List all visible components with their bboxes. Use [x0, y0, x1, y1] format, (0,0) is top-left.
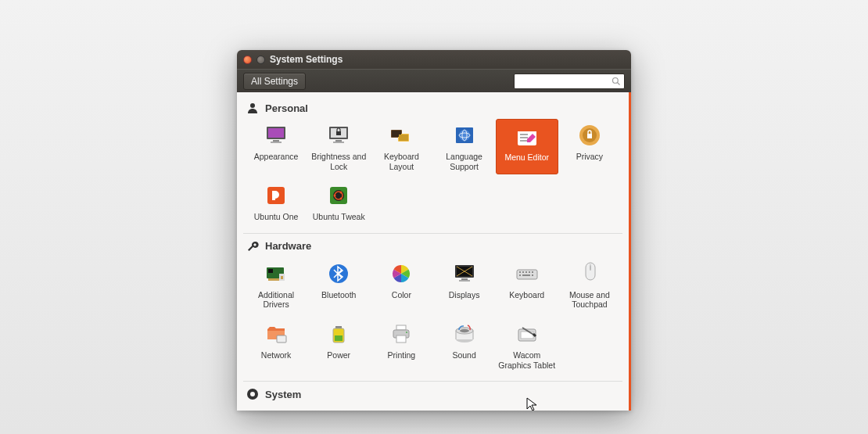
item-sound[interactable]: Sound — [432, 317, 495, 373]
item-color[interactable]: Color — [370, 257, 432, 313]
printer-icon — [388, 321, 414, 347]
color-wheel-icon — [388, 260, 414, 287]
item-printing[interactable]: Printing — [370, 317, 432, 373]
titlebar[interactable]: System Settings — [237, 50, 631, 69]
item-user-accounts[interactable] — [558, 405, 621, 411]
item-additional-drivers[interactable]: Additional Drivers — [245, 257, 307, 313]
close-button[interactable] — [243, 56, 252, 64]
svg-rect-48 — [525, 271, 527, 273]
wrench-icon — [246, 240, 259, 253]
speaker-icon — [451, 321, 478, 347]
window-title: System Settings — [270, 54, 343, 65]
svg-point-34 — [340, 198, 343, 200]
item-universal-access[interactable] — [496, 405, 558, 411]
person-icon — [246, 102, 259, 114]
ubuntu-one-icon — [263, 182, 289, 209]
section-grid-personal: Appearance Brightness and Lock Keyboard … — [237, 117, 629, 231]
item-language-support[interactable]: Language Support — [432, 119, 495, 174]
section-header-personal: Personal — [237, 97, 629, 117]
svg-rect-22 — [520, 134, 528, 135]
item-bluetooth[interactable]: Bluetooth — [307, 257, 370, 313]
ubuntu-tweak-icon — [325, 182, 352, 209]
item-time-date[interactable] — [432, 405, 495, 411]
item-power[interactable]: Power — [307, 317, 370, 373]
svg-rect-6 — [271, 142, 282, 143]
svg-rect-52 — [522, 274, 530, 276]
section-header-hardware: Hardware — [237, 235, 629, 256]
item-keyboard-layout[interactable]: Keyboard Layout — [370, 119, 432, 174]
svg-point-33 — [340, 192, 343, 194]
item-menu-editor[interactable]: Menu Editor — [496, 119, 558, 174]
svg-rect-36 — [268, 269, 273, 273]
svg-rect-57 — [277, 335, 286, 343]
item-network[interactable]: Network — [245, 317, 307, 373]
bluetooth-icon — [325, 260, 352, 287]
svg-rect-55 — [590, 266, 591, 270]
keyboard-layout-icon — [388, 122, 414, 149]
svg-rect-47 — [522, 271, 524, 273]
display-icon — [451, 260, 478, 287]
item-appearance[interactable]: Appearance — [245, 119, 307, 174]
svg-point-32 — [334, 195, 336, 197]
safe-icon — [263, 408, 289, 411]
item-ubuntu-tweak[interactable]: Ubuntu Tweak — [307, 179, 370, 225]
svg-rect-49 — [529, 271, 530, 273]
gear-round-icon — [246, 388, 259, 400]
item-keyboard[interactable]: Keyboard — [496, 257, 558, 313]
network-folder-icon — [263, 321, 289, 347]
section-grid-hardware: Additional Drivers Bluetooth Color — [237, 256, 629, 379]
keyboard-icon — [514, 260, 540, 287]
content-area[interactable]: Personal Appearance Brightness and Lock — [237, 92, 631, 411]
svg-rect-63 — [396, 335, 406, 343]
svg-rect-50 — [532, 271, 533, 273]
item-ubuntu-one[interactable]: Ubuntu One — [245, 179, 307, 225]
item-details[interactable] — [307, 405, 370, 411]
svg-rect-5 — [273, 140, 279, 142]
pci-card-icon — [263, 260, 289, 287]
svg-rect-44 — [459, 280, 470, 282]
search-icon — [612, 77, 621, 86]
divider — [243, 381, 622, 382]
svg-point-2 — [250, 103, 255, 108]
ubuntu-logo-icon — [388, 408, 414, 411]
item-wacom[interactable]: Wacom Graphics Tablet — [496, 317, 558, 373]
svg-rect-24 — [520, 140, 528, 142]
svg-rect-27 — [587, 134, 592, 138]
item-backup[interactable] — [245, 405, 307, 411]
svg-rect-21 — [518, 127, 536, 131]
item-privacy[interactable]: Privacy — [558, 119, 621, 174]
lock-screen-icon — [325, 122, 352, 149]
item-displays[interactable]: Displays — [432, 257, 495, 313]
divider — [243, 233, 622, 234]
privacy-icon — [576, 122, 603, 149]
svg-rect-4 — [268, 128, 284, 138]
item-mouse-touchpad[interactable]: Mouse and Touchpad — [558, 257, 621, 313]
accessibility-icon — [514, 408, 540, 411]
search-input[interactable] — [514, 74, 625, 89]
svg-rect-9 — [336, 131, 341, 135]
svg-rect-60 — [335, 335, 343, 341]
svg-line-1 — [618, 82, 620, 84]
clock-icon — [451, 408, 478, 411]
toolbar: All Settings — [237, 69, 631, 92]
all-settings-button[interactable]: All Settings — [243, 73, 306, 90]
monitor-icon — [263, 122, 289, 149]
svg-rect-15 — [399, 135, 408, 141]
svg-point-64 — [406, 332, 407, 333]
svg-rect-46 — [519, 271, 521, 273]
svg-rect-51 — [519, 274, 521, 276]
globe-icon — [451, 122, 478, 149]
section-grid-system — [237, 404, 629, 411]
section-header-system: System — [237, 383, 629, 404]
svg-rect-23 — [520, 137, 528, 138]
item-management[interactable] — [370, 405, 432, 411]
svg-point-71 — [250, 392, 255, 396]
gear-icon — [325, 408, 352, 411]
svg-rect-53 — [532, 274, 533, 276]
svg-rect-43 — [461, 278, 468, 280]
item-brightness-lock[interactable]: Brightness and Lock — [307, 119, 370, 174]
svg-point-17 — [459, 130, 470, 141]
minimize-button[interactable] — [256, 56, 265, 64]
menu-editor-icon — [514, 123, 540, 149]
tablet-icon — [514, 321, 540, 347]
